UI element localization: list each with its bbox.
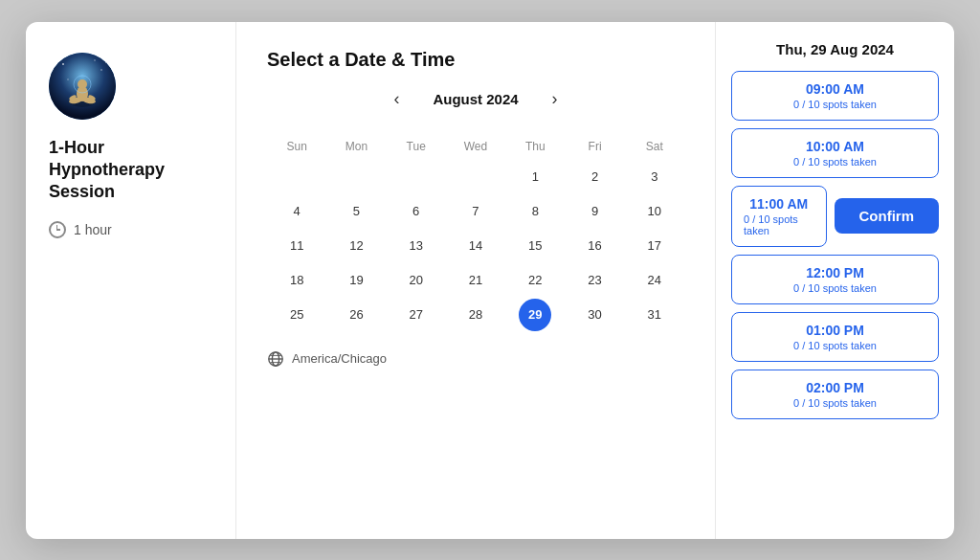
timezone-label: America/Chicago: [292, 351, 387, 366]
month-name: August: [433, 91, 482, 107]
calendar-day[interactable]: 9: [579, 195, 612, 228]
calendar-day[interactable]: 30: [579, 299, 612, 331]
right-panel: Thu, 29 Aug 2024 09:00 AM0 / 10 spots ta…: [715, 22, 954, 539]
calendar-day[interactable]: 31: [638, 299, 671, 331]
calendar-day[interactable]: 12: [340, 230, 372, 262]
day-header-fri: Fri: [565, 136, 624, 157]
calendar-day[interactable]: 27: [400, 299, 433, 331]
svg-point-4: [105, 61, 107, 63]
calendar-day[interactable]: 10: [638, 195, 671, 228]
slot-spots: 0 / 10 spots taken: [793, 156, 877, 168]
calendar-day: [280, 161, 313, 193]
day-header-tue: Tue: [387, 136, 446, 157]
slot-spots: 0 / 10 spots taken: [793, 99, 877, 110]
calendar-day[interactable]: 16: [579, 230, 612, 262]
session-title: 1-Hour Hypnotherapy Session: [49, 137, 212, 204]
center-panel: Select a Date & Time ‹ August 2024 › Sun…: [236, 22, 715, 539]
day-header-sun: Sun: [267, 136, 326, 157]
backdrop: 1-Hour Hypnotherapy Session 1 hour Selec…: [0, 0, 980, 560]
calendar-day[interactable]: 7: [459, 195, 492, 228]
selected-date-title: Thu, 29 Aug 2024: [731, 41, 939, 57]
calendar-day[interactable]: 26: [340, 299, 372, 331]
time-slot[interactable]: 10:00 AM0 / 10 spots taken: [731, 128, 939, 178]
next-month-button[interactable]: ›: [542, 86, 568, 113]
time-slot[interactable]: 12:00 PM0 / 10 spots taken: [731, 255, 939, 304]
slot-time: 02:00 PM: [806, 380, 864, 395]
calendar-day[interactable]: 8: [519, 195, 551, 228]
calendar-day: [400, 161, 433, 193]
timezone-row: America/Chicago: [267, 350, 684, 368]
calendar-day[interactable]: 4: [280, 195, 313, 228]
calendar-day[interactable]: 28: [459, 299, 492, 331]
calendar-day: [340, 161, 372, 193]
slot-spots: 0 / 10 spots taken: [793, 397, 877, 409]
slot-time: 10:00 AM: [806, 139, 864, 154]
time-slots-list[interactable]: 09:00 AM0 / 10 spots taken10:00 AM0 / 10…: [731, 71, 939, 524]
day-header-wed: Wed: [446, 136, 505, 157]
time-slot-info: 11:00 AM0 / 10 spots taken: [731, 186, 827, 247]
time-slot-selected-row[interactable]: 11:00 AM0 / 10 spots takenConfirm: [731, 186, 939, 247]
calendar-day[interactable]: 2: [579, 161, 612, 193]
calendar-day[interactable]: 6: [400, 195, 433, 228]
confirm-button[interactable]: Confirm: [835, 198, 940, 234]
day-header-thu: Thu: [505, 136, 565, 157]
calendar-day[interactable]: 5: [340, 195, 372, 228]
time-slot[interactable]: 02:00 PM0 / 10 spots taken: [731, 370, 939, 419]
slot-spots: 0 / 10 spots taken: [744, 213, 814, 236]
calendar-day[interactable]: 14: [459, 230, 492, 262]
left-panel: 1-Hour Hypnotherapy Session 1 hour: [26, 22, 236, 539]
select-date-time-title: Select a Date & Time: [267, 49, 684, 71]
calendar-day[interactable]: 3: [638, 161, 671, 193]
avatar: [49, 53, 116, 120]
calendar-day[interactable]: 13: [400, 230, 433, 262]
calendar-day[interactable]: 15: [519, 230, 551, 262]
time-slot[interactable]: 01:00 PM0 / 10 spots taken: [731, 312, 939, 362]
calendar-day[interactable]: 18: [280, 264, 313, 297]
svg-point-1: [62, 63, 64, 65]
slot-spots: 0 / 10 spots taken: [793, 340, 877, 351]
calendar-header: ‹ August 2024 ›: [267, 86, 684, 113]
calendar-day[interactable]: 24: [638, 264, 671, 297]
calendar-grid: Sun Mon Tue Wed Thu Fri Sat 123456789101…: [267, 136, 684, 331]
avatar-image: [49, 53, 116, 120]
slot-time: 01:00 PM: [806, 323, 864, 338]
prev-month-button[interactable]: ‹: [383, 86, 410, 113]
calendar-day[interactable]: 21: [459, 264, 492, 297]
slot-time: 09:00 AM: [806, 81, 864, 97]
month-year-label: August 2024: [433, 91, 518, 107]
calendar-day[interactable]: 22: [519, 264, 551, 297]
svg-point-3: [67, 78, 68, 79]
duration-row: 1 hour: [49, 221, 212, 238]
calendar-day[interactable]: 25: [280, 299, 313, 331]
calendar-day[interactable]: 23: [579, 264, 612, 297]
svg-point-5: [94, 59, 95, 60]
slot-spots: 0 / 10 spots taken: [793, 282, 877, 294]
modal: 1-Hour Hypnotherapy Session 1 hour Selec…: [26, 22, 954, 539]
svg-point-10: [78, 79, 87, 89]
clock-icon: [49, 221, 66, 238]
day-header-mon: Mon: [326, 136, 386, 157]
duration-label: 1 hour: [74, 222, 112, 237]
calendar-day[interactable]: 17: [638, 230, 671, 262]
calendar-days: 1234567891011121314151617181920212223242…: [267, 161, 684, 331]
calendar-day[interactable]: 19: [340, 264, 372, 297]
year-value: 2024: [486, 91, 518, 107]
calendar-day[interactable]: 1: [519, 161, 551, 193]
slot-time: 11:00 AM: [749, 196, 808, 212]
svg-point-2: [100, 69, 102, 71]
day-header-sat: Sat: [625, 136, 684, 157]
slot-time: 12:00 PM: [806, 265, 864, 280]
calendar-day[interactable]: 29: [519, 299, 551, 331]
calendar-day[interactable]: 20: [400, 264, 433, 297]
calendar-day[interactable]: 11: [280, 230, 313, 262]
calendar-days-header: Sun Mon Tue Wed Thu Fri Sat: [267, 136, 684, 157]
time-slot[interactable]: 09:00 AM0 / 10 spots taken: [731, 71, 939, 121]
globe-icon: [267, 350, 284, 368]
calendar-day: [459, 161, 492, 193]
